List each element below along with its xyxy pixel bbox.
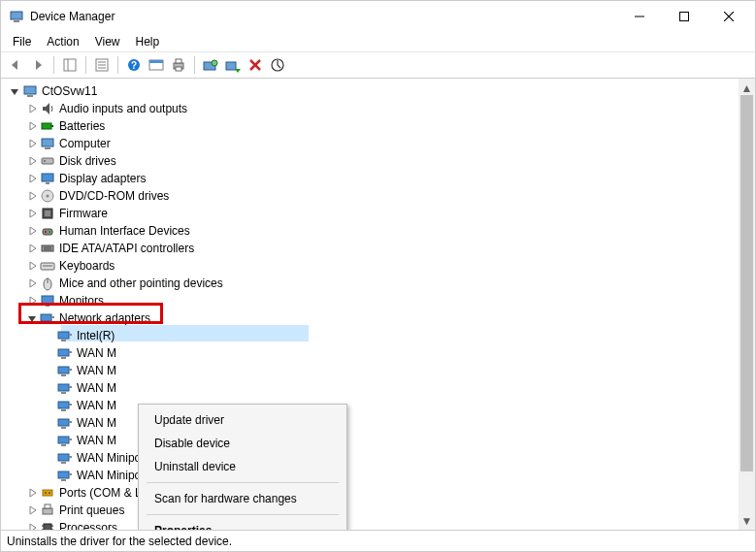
menu-file[interactable]: File xyxy=(5,33,39,50)
network-icon xyxy=(57,468,73,483)
scroll-down-arrow-icon[interactable]: ▼ xyxy=(740,513,754,528)
scroll-up-arrow-icon[interactable]: ▲ xyxy=(740,81,754,95)
menu-action[interactable]: Action xyxy=(39,33,86,50)
cm-separator xyxy=(147,514,339,515)
chevron-right-icon[interactable] xyxy=(24,101,40,116)
chevron-right-icon[interactable] xyxy=(24,276,40,291)
chevron-down-icon[interactable] xyxy=(24,310,40,326)
device-tree[interactable]: CtOSvw11Audio inputs and outputsBatterie… xyxy=(1,79,739,530)
chevron-right-icon[interactable] xyxy=(24,153,40,169)
network-icon xyxy=(57,450,73,466)
svg-rect-38 xyxy=(45,211,50,216)
svg-rect-73 xyxy=(61,444,66,446)
tree-category-network-adapters[interactable]: Network adapters xyxy=(7,309,739,327)
svg-rect-72 xyxy=(58,437,69,443)
disable-device-button[interactable] xyxy=(222,54,244,76)
monitor-icon xyxy=(40,293,55,308)
tree-device-0[interactable]: Intel(R) xyxy=(7,327,739,344)
close-button[interactable] xyxy=(707,1,751,32)
tree-label: Audio inputs and outputs xyxy=(59,100,191,117)
show-hide-console-tree-button[interactable] xyxy=(59,54,81,76)
tree-device-4[interactable]: WAN M xyxy=(7,397,739,414)
tree-device-2[interactable]: WAN M xyxy=(7,362,739,379)
chevron-down-icon[interactable] xyxy=(7,83,22,99)
vertical-scrollbar[interactable]: ▲ ▼ xyxy=(739,79,755,530)
svg-rect-67 xyxy=(61,409,66,411)
tree-category-6[interactable]: Firmware xyxy=(7,205,739,222)
cm-disable-device[interactable]: Disable device xyxy=(139,432,346,455)
tree-category-0[interactable]: Audio inputs and outputs xyxy=(7,100,739,117)
chevron-right-icon[interactable] xyxy=(24,188,40,204)
scrollbar-thumb[interactable] xyxy=(740,95,753,471)
cm-scan-hardware[interactable]: Scan for hardware changes xyxy=(139,487,346,510)
tree-category-14[interactable]: Print queues xyxy=(7,502,739,519)
chevron-right-icon[interactable] xyxy=(24,503,40,518)
tree-device-3[interactable]: WAN M xyxy=(7,379,739,397)
tree-label: Processors xyxy=(59,519,121,530)
tree-device-7[interactable]: WAN Miniport (PPTP) xyxy=(7,449,739,467)
chevron-right-icon[interactable] xyxy=(24,171,40,186)
cm-update-driver[interactable]: Update driver xyxy=(139,408,346,432)
network-icon xyxy=(57,415,73,431)
tree-category-1[interactable]: Batteries xyxy=(7,117,739,135)
tree-device-1[interactable]: WAN M xyxy=(7,344,739,362)
tree-label: CtOSvw11 xyxy=(42,82,101,100)
chevron-right-icon[interactable] xyxy=(24,118,40,134)
chevron-right-icon[interactable] xyxy=(24,223,40,239)
tree-category-15[interactable]: Processors xyxy=(7,519,739,530)
maximize-button[interactable] xyxy=(662,1,707,32)
tree-category-13[interactable]: Ports (COM & LPT) xyxy=(7,484,739,502)
svg-rect-34 xyxy=(46,182,49,184)
properties-button[interactable] xyxy=(91,54,113,76)
cm-properties[interactable]: Properties xyxy=(139,519,346,530)
chevron-right-icon[interactable] xyxy=(24,206,40,221)
tree-category-3[interactable]: Disk drives xyxy=(7,152,739,170)
tree-category-4[interactable]: Display adapters xyxy=(7,170,739,187)
hid-icon xyxy=(40,223,55,239)
svg-rect-57 xyxy=(58,349,69,356)
help-button[interactable]: ? xyxy=(123,54,145,76)
svg-point-40 xyxy=(45,231,47,233)
svg-rect-75 xyxy=(58,454,69,461)
tree-device-6[interactable]: WAN M xyxy=(7,432,739,449)
tree-category-7[interactable]: Human Interface Devices xyxy=(7,222,739,240)
chevron-right-icon[interactable] xyxy=(24,136,40,151)
uninstall-device-button[interactable] xyxy=(245,54,266,76)
tree-label: Computer xyxy=(59,135,115,152)
tree-category-11[interactable]: Monitors xyxy=(7,292,739,309)
svg-line-4 xyxy=(724,12,734,21)
forward-button[interactable] xyxy=(27,54,49,76)
svg-rect-58 xyxy=(61,357,66,359)
menu-help[interactable]: Help xyxy=(128,33,168,50)
svg-rect-79 xyxy=(61,479,66,481)
tree-category-9[interactable]: Keyboards xyxy=(7,257,739,275)
svg-rect-3 xyxy=(680,13,689,21)
back-button[interactable] xyxy=(5,54,26,76)
svg-rect-0 xyxy=(11,12,22,19)
tree-category-2[interactable]: Computer xyxy=(7,135,739,152)
network-icon xyxy=(57,398,73,413)
chevron-right-icon[interactable] xyxy=(24,241,40,256)
cm-uninstall-device[interactable]: Uninstall device xyxy=(139,455,346,478)
print-button[interactable] xyxy=(168,54,189,76)
update-driver-button[interactable] xyxy=(200,54,221,76)
tree-category-5[interactable]: DVD/CD-ROM drives xyxy=(7,187,739,205)
tree-label: DVD/CD-ROM drives xyxy=(59,187,173,205)
chevron-right-icon[interactable] xyxy=(24,520,40,530)
svg-line-5 xyxy=(724,12,734,21)
minimize-button[interactable] xyxy=(617,1,662,32)
action-pane-button[interactable] xyxy=(146,54,167,76)
tree-root[interactable]: CtOSvw11 xyxy=(7,82,739,100)
tree-category-8[interactable]: IDE ATA/ATAPI controllers xyxy=(7,240,739,257)
svg-rect-85 xyxy=(45,504,50,508)
chevron-right-icon[interactable] xyxy=(24,485,40,501)
menu-view[interactable]: View xyxy=(87,33,128,50)
tree-device-5[interactable]: WAN M xyxy=(7,414,739,432)
svg-rect-70 xyxy=(61,427,66,429)
chevron-right-icon[interactable] xyxy=(24,258,40,274)
chevron-right-icon[interactable] xyxy=(24,293,40,308)
tree-device-8[interactable]: WAN Miniport (SSTP) xyxy=(7,467,739,484)
tree-category-10[interactable]: Mice and other pointing devices xyxy=(7,275,739,292)
scan-hardware-button[interactable] xyxy=(267,54,288,76)
scrollbar-track[interactable] xyxy=(739,95,755,513)
